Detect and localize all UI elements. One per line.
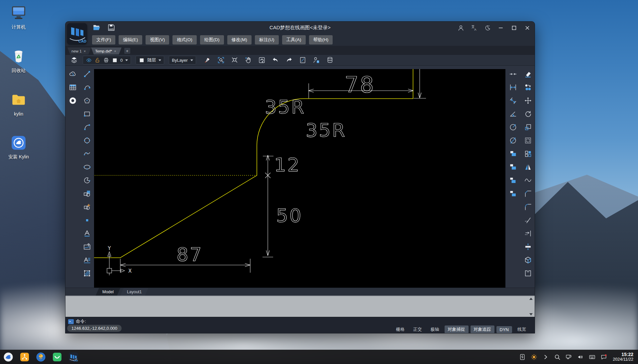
scroll-up-icon[interactable]	[529, 298, 533, 300]
block-insert-icon[interactable]	[80, 187, 94, 200]
tab-close-icon[interactable]: ×	[84, 49, 86, 53]
app-store-icon[interactable]	[52, 351, 63, 363]
chamfer-icon[interactable]	[520, 187, 535, 200]
network-icon[interactable]	[565, 353, 573, 361]
browser-icon[interactable]	[35, 351, 47, 363]
keyboard-icon[interactable]	[588, 353, 596, 361]
command-history-panel[interactable]	[65, 296, 535, 317]
menu-help[interactable]: 帮助(H)	[309, 35, 333, 45]
rotate-view-icon[interactable]: 90	[258, 56, 266, 64]
user-icon[interactable]	[457, 24, 465, 32]
user-list-icon[interactable]	[312, 56, 320, 64]
redo-icon[interactable]	[285, 56, 293, 64]
eraser-icon[interactable]	[520, 67, 535, 81]
desktop-icon-2[interactable]: 回收站	[3, 48, 35, 74]
dim-linear-icon[interactable]	[505, 81, 520, 94]
image-icon[interactable]	[80, 240, 94, 253]
offset-icon[interactable]	[505, 147, 520, 160]
volume-icon[interactable]	[577, 353, 584, 361]
desktop-icon-3[interactable]: kylin	[3, 92, 35, 117]
titlebar[interactable]: CAD web CAD梦想在线画图<未登录> 文A	[65, 22, 535, 34]
status-toggle-7[interactable]: 线宽	[514, 325, 529, 333]
notification-icon[interactable]	[600, 353, 607, 361]
menu-edit[interactable]: 编辑(E)	[119, 35, 142, 45]
box-3d-icon[interactable]	[520, 253, 535, 267]
menu-format[interactable]: 格式(O)	[172, 35, 197, 45]
peony-icon[interactable]	[19, 351, 30, 363]
select-icon[interactable]	[520, 134, 535, 147]
arc-icon[interactable]	[80, 121, 94, 134]
scroll-down-icon[interactable]	[529, 313, 533, 316]
zoom-extents-icon[interactable]	[231, 56, 239, 64]
ungroup-icon[interactable]	[505, 187, 520, 200]
unlock-icon[interactable]	[94, 57, 100, 63]
extend-icon[interactable]	[520, 227, 535, 240]
desktop-icon-1[interactable]: 计算机	[3, 5, 35, 30]
dim-aligned-icon[interactable]	[505, 94, 520, 107]
layer-select-group[interactable]: 随层	[136, 56, 164, 64]
ellipse-arc-icon[interactable]	[80, 174, 94, 187]
swatch-icon[interactable]	[112, 57, 118, 63]
brightness-icon[interactable]	[530, 353, 538, 361]
trim-icon[interactable]	[520, 214, 535, 227]
zoom-window-icon[interactable]	[217, 56, 225, 64]
copy-icon[interactable]	[520, 81, 535, 94]
mirror-icon[interactable]	[520, 160, 535, 174]
color-select-group[interactable]: ByLayer	[169, 56, 196, 64]
donut-icon[interactable]	[65, 94, 80, 107]
chevron-down-icon[interactable]	[159, 59, 161, 61]
menu-file[interactable]: 文件(F)	[92, 35, 115, 45]
fillet-icon[interactable]	[520, 200, 535, 214]
join-icon[interactable]	[505, 67, 520, 81]
ellipse-icon[interactable]	[80, 160, 94, 174]
expand-icon[interactable]	[542, 353, 549, 361]
pan-icon[interactable]	[244, 56, 252, 64]
chevron-down-icon[interactable]	[190, 59, 193, 61]
translate-icon[interactable]: 文A	[470, 24, 478, 32]
database-icon[interactable]	[326, 56, 334, 64]
taskbar-clock[interactable]: 15:22 2024/11/22	[613, 352, 633, 362]
eye-icon[interactable]	[86, 57, 92, 63]
folder-open-icon[interactable]	[92, 23, 101, 32]
circle-icon[interactable]	[80, 134, 94, 147]
pen-icon[interactable]	[203, 56, 211, 64]
array-icon[interactable]	[520, 147, 535, 160]
save-web-icon[interactable]: web	[107, 23, 116, 32]
text-icon[interactable]	[80, 227, 94, 240]
stretch-icon[interactable]	[520, 240, 535, 253]
layout-tab-layout1[interactable]: Layout1	[120, 288, 148, 296]
chevron-down-icon[interactable]	[125, 59, 128, 61]
menu-draw[interactable]: 绘图(D)	[200, 35, 224, 45]
document-tab-1[interactable]: new 1×	[67, 47, 91, 54]
desktop-icon-4[interactable]: 安装 Kylin	[3, 135, 35, 160]
menu-modify[interactable]: 修改(M)	[227, 35, 252, 45]
mtext-icon[interactable]	[80, 253, 94, 267]
cloud-line-icon[interactable]	[65, 67, 80, 81]
menu-dimension[interactable]: 标注(U)	[255, 35, 279, 45]
rectangle-icon[interactable]	[80, 107, 94, 121]
maximize-icon[interactable]	[510, 24, 518, 32]
status-toggle-3[interactable]: 极轴	[427, 325, 443, 333]
table-icon[interactable]	[65, 81, 80, 94]
drawing-canvas[interactable]: Y X 78 35R 35R 12 50 87	[94, 69, 505, 288]
dim-radius-icon[interactable]	[505, 121, 520, 134]
minimize-icon[interactable]	[497, 24, 505, 32]
layers-icon[interactable]	[70, 56, 78, 64]
menu-tools[interactable]: 工具(A)	[282, 35, 306, 45]
spline-icon[interactable]	[80, 147, 94, 160]
rotate-icon[interactable]	[520, 107, 535, 121]
dark-mode-icon[interactable]	[483, 24, 491, 32]
layout-tab-model[interactable]: Model	[96, 288, 120, 296]
move-icon[interactable]	[520, 94, 535, 107]
menu-view[interactable]: 视图(V)	[146, 35, 169, 45]
group-icon[interactable]	[505, 174, 520, 187]
new-tab-button[interactable]: +	[124, 48, 130, 54]
polyline-icon[interactable]	[80, 81, 94, 94]
status-toggle-6[interactable]: DYN	[496, 326, 512, 333]
status-toggle-4[interactable]: 对象捕捉	[445, 325, 469, 333]
scale-icon[interactable]	[520, 121, 535, 134]
viewport-icon[interactable]	[299, 56, 307, 64]
undo-icon[interactable]	[271, 56, 279, 64]
tab-close-icon[interactable]: ×	[114, 49, 116, 53]
search-icon[interactable]	[554, 353, 561, 361]
